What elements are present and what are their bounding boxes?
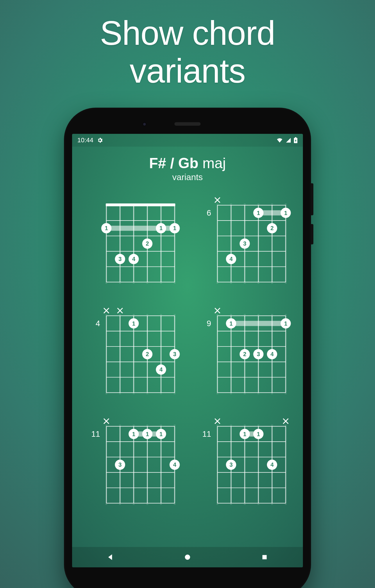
heading: F# / Gb maj variants (72, 155, 303, 182)
svg-text:3: 3 (118, 256, 122, 262)
svg-text:3: 3 (243, 240, 246, 247)
home-button[interactable] (167, 547, 208, 567)
svg-text:1: 1 (284, 320, 287, 327)
svg-text:1: 1 (146, 431, 149, 437)
svg-text:2: 2 (243, 351, 246, 357)
chord-diagram[interactable]: 111234 (78, 194, 186, 290)
chord-diagram[interactable]: 112349 (189, 304, 297, 400)
chord-title: F# / Gb maj (72, 155, 303, 172)
svg-text:1: 1 (257, 431, 260, 437)
svg-text:4: 4 (173, 461, 176, 468)
svg-text:2: 2 (270, 225, 274, 231)
svg-text:3: 3 (173, 351, 176, 357)
svg-text:4: 4 (270, 461, 274, 468)
chord-subtitle: variants (72, 172, 303, 182)
phone-frame: 10:44 F# / Gb maj varian (64, 108, 311, 588)
svg-text:3: 3 (257, 351, 260, 357)
front-camera-icon (142, 122, 147, 126)
back-button[interactable] (90, 547, 131, 567)
battery-icon (294, 137, 298, 143)
svg-rect-117 (231, 321, 286, 326)
navigation-bar (72, 547, 303, 567)
svg-point-193 (185, 555, 190, 560)
svg-text:1: 1 (105, 225, 108, 231)
svg-rect-194 (262, 555, 267, 559)
svg-text:2: 2 (146, 240, 149, 247)
svg-text:3: 3 (118, 461, 122, 468)
gear-icon (97, 137, 103, 143)
svg-text:4: 4 (229, 256, 233, 262)
chord-diagram[interactable]: 1113411 (78, 415, 186, 511)
svg-rect-8 (106, 203, 175, 206)
svg-text:4: 4 (132, 256, 135, 262)
svg-text:6: 6 (207, 208, 211, 217)
chord-diagram[interactable]: 113411 (189, 415, 297, 511)
hero-title: Show chordvariants (0, 0, 375, 90)
svg-text:1: 1 (229, 320, 233, 327)
chord-diagram[interactable]: 12344 (78, 304, 186, 400)
svg-text:1: 1 (173, 225, 176, 231)
wifi-icon (276, 137, 283, 143)
svg-text:1: 1 (284, 210, 287, 216)
status-time: 10:44 (77, 136, 93, 144)
recents-button[interactable] (244, 547, 285, 567)
svg-text:9: 9 (207, 319, 211, 328)
svg-text:11: 11 (91, 429, 100, 438)
status-bar: 10:44 (72, 134, 303, 147)
chord-grid: 111234112346123441123491113411113411 (72, 182, 303, 517)
svg-text:1: 1 (159, 431, 162, 437)
svg-rect-1 (295, 137, 297, 138)
svg-text:1: 1 (159, 225, 162, 231)
svg-text:3: 3 (229, 461, 233, 468)
svg-text:11: 11 (202, 429, 211, 438)
svg-text:1: 1 (257, 210, 260, 216)
svg-text:1: 1 (243, 431, 246, 437)
svg-text:4: 4 (270, 351, 274, 357)
svg-text:1: 1 (132, 320, 135, 327)
screen: 10:44 F# / Gb maj varian (72, 134, 303, 567)
svg-text:2: 2 (146, 351, 149, 357)
chord-diagram[interactable]: 112346 (189, 194, 297, 290)
svg-text:1: 1 (132, 431, 135, 437)
speaker-icon (174, 122, 201, 126)
cell-signal-icon (285, 137, 291, 143)
svg-text:4: 4 (96, 319, 100, 328)
svg-text:4: 4 (159, 366, 162, 373)
